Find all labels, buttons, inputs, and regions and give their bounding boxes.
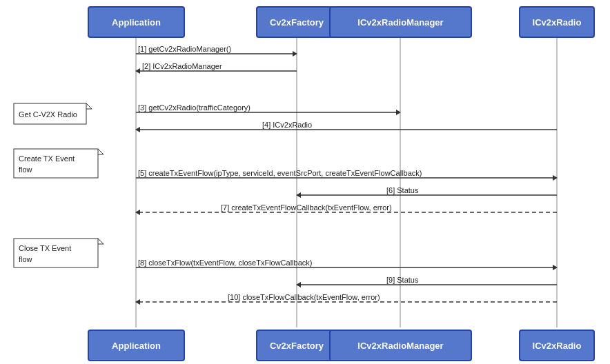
- svg-marker-26: [553, 265, 558, 270]
- svg-marker-23: [135, 210, 140, 215]
- lifeline-application-top: Application: [88, 6, 185, 38]
- diagram-container: [1] getCv2xRadioManager() [2] ICv2xRadio…: [0, 0, 610, 364]
- svg-line-44: [98, 239, 104, 244]
- svg-text:[3] getCv2xRadio(trafficCatego: [3] getCv2xRadio(trafficCategory): [138, 103, 250, 112]
- svg-marker-5: [293, 51, 297, 57]
- svg-rect-43: [14, 239, 98, 267]
- svg-marker-8: [135, 68, 140, 74]
- svg-text:Get C-V2X Radio: Get C-V2X Radio: [19, 110, 77, 119]
- lifeline-icv2xradio-bottom: ICv2xRadio: [519, 330, 595, 361]
- svg-rect-38: [14, 149, 98, 178]
- svg-rect-34: [14, 103, 86, 124]
- lifeline-application-bottom: Application: [88, 330, 185, 361]
- arrows-layer: [1] getCv2xRadioManager() [2] ICv2xRadio…: [0, 0, 610, 364]
- svg-line-35: [86, 103, 92, 109]
- svg-text:Create TX Event: Create TX Event: [19, 154, 75, 163]
- svg-line-39: [98, 149, 104, 154]
- svg-marker-14: [135, 127, 140, 132]
- svg-text:[10] closeTxFlowCallback(txEve: [10] closeTxFlowCallback(txEventFlow, er…: [228, 293, 380, 301]
- svg-text:[9] Status: [9] Status: [386, 276, 419, 284]
- svg-marker-29: [296, 282, 301, 287]
- lifeline-cv2xfactory-top: Cv2xFactory: [256, 6, 337, 38]
- svg-text:[2] ICv2xRadioManager: [2] ICv2xRadioManager: [142, 62, 222, 70]
- svg-text:[5] createTxEventFlow(ipType, : [5] createTxEventFlow(ipType, serviceId,…: [138, 169, 422, 177]
- svg-text:Close TX Event: Close TX Event: [19, 244, 71, 252]
- lifeline-icv2xradiomanager-top: ICv2xRadioManager: [329, 6, 472, 38]
- svg-marker-20: [296, 192, 301, 198]
- svg-text:flow: flow: [19, 255, 32, 263]
- lifeline-icv2xradio-top: ICv2xRadio: [519, 6, 595, 38]
- svg-text:flow: flow: [19, 165, 32, 174]
- svg-text:[8] closeTxFlow(txEventFlow, c: [8] closeTxFlow(txEventFlow, closeTxFlow…: [138, 259, 312, 267]
- svg-marker-17: [553, 175, 558, 181]
- svg-text:[6] Status: [6] Status: [386, 186, 419, 194]
- svg-marker-32: [135, 299, 140, 305]
- svg-text:[4] ICv2xRadio: [4] ICv2xRadio: [262, 121, 312, 129]
- svg-text:[1] getCv2xRadioManager(): [1] getCv2xRadioManager(): [138, 45, 231, 53]
- svg-text:[7] createTxEventFlowCallback(: [7] createTxEventFlowCallback(txEventFlo…: [221, 203, 392, 212]
- lifeline-icv2xradiomanager-bottom: ICv2xRadioManager: [329, 330, 472, 361]
- svg-marker-11: [396, 110, 401, 115]
- lifeline-cv2xfactory-bottom: Cv2xFactory: [256, 330, 337, 361]
